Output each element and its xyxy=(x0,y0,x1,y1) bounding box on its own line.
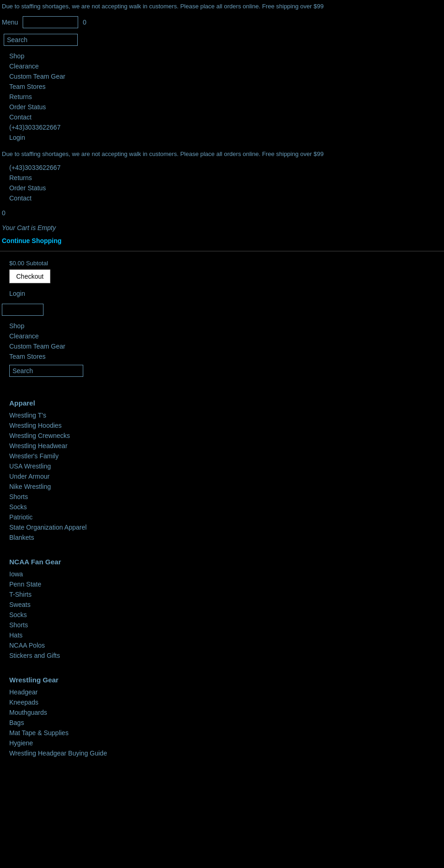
gear-mat-tape[interactable]: Mat Tape & Supplies xyxy=(9,729,435,737)
gear-headgear[interactable]: Headgear xyxy=(9,688,435,696)
nav-returns[interactable]: Returns xyxy=(9,93,435,100)
search-bar-top xyxy=(0,32,444,50)
nav2-custom-team-gear[interactable]: Custom Team Gear xyxy=(9,343,435,350)
ncaa-header: NCAA Fan Gear xyxy=(9,558,435,566)
login-link[interactable]: Login xyxy=(9,290,25,297)
gear-kneepads[interactable]: Kneepads xyxy=(9,699,435,706)
ncaa-iowa[interactable]: Iowa xyxy=(9,570,435,578)
gap-2 xyxy=(0,664,444,671)
announcement-bar-top: Due to staffing shortages, we are not ac… xyxy=(0,0,444,12)
apparel-under-armour[interactable]: Under Armour xyxy=(9,473,435,480)
nav-shop[interactable]: Shop xyxy=(9,52,435,60)
ncaa-shorts[interactable]: Shorts xyxy=(9,621,435,629)
continue-shopping-link[interactable]: Continue Shopping xyxy=(0,235,444,246)
secondary-nav: (+43)3033622667 Returns Order Status Con… xyxy=(0,160,444,206)
menu-input[interactable] xyxy=(23,16,78,28)
nav2-shop[interactable]: Shop xyxy=(9,322,435,330)
nav-contact[interactable]: Contact xyxy=(9,113,435,121)
ncaa-hats[interactable]: Hats xyxy=(9,631,435,639)
subtotal-area: $0.00 Subtotal Checkout xyxy=(0,256,444,287)
ncaa-items: Iowa Penn State T-Shirts Sweats Socks Sh… xyxy=(9,570,435,659)
ncaa-penn-state[interactable]: Penn State xyxy=(9,581,435,588)
wrestling-gear-items: Headgear Kneepads Mouthguards Bags Mat T… xyxy=(9,688,435,757)
cart-divider xyxy=(0,251,444,251)
cart-count-top: 0 xyxy=(83,19,86,26)
search-input-top[interactable] xyxy=(4,34,78,46)
search-input-3[interactable] xyxy=(9,365,83,377)
nav2-clearance[interactable]: Clearance xyxy=(9,332,435,340)
top-nav: Menu 0 xyxy=(0,12,444,32)
nav-team-stores[interactable]: Team Stores xyxy=(9,83,435,90)
nav-order-status[interactable]: Order Status xyxy=(9,103,435,111)
main-nav: Shop Clearance Custom Team Gear Team Sto… xyxy=(0,50,444,144)
apparel-wrestling-ts[interactable]: Wrestling T's xyxy=(9,412,435,419)
wrestling-gear-section: Wrestling Gear Headgear Kneepads Mouthgu… xyxy=(0,671,444,762)
apparel-blankets[interactable]: Blankets xyxy=(9,534,435,541)
nav-login[interactable]: Login xyxy=(9,134,435,141)
apparel-wrestling-hoodies[interactable]: Wrestling Hoodies xyxy=(9,422,435,429)
nav-clearance[interactable]: Clearance xyxy=(9,62,435,70)
apparel-items: Wrestling T's Wrestling Hoodies Wrestlin… xyxy=(9,412,435,541)
subtotal-label: $0.00 Subtotal xyxy=(9,260,435,267)
ncaa-polos[interactable]: NCAA Polos xyxy=(9,642,435,649)
login-link-section: Login xyxy=(0,287,444,300)
search-input-2[interactable] xyxy=(2,304,43,316)
gear-bags[interactable]: Bags xyxy=(9,719,435,726)
nav-phone[interactable]: (+43)3033622667 xyxy=(9,124,435,131)
apparel-socks[interactable]: Socks xyxy=(9,503,435,511)
cart-icon-section: 0 xyxy=(0,206,444,220)
nav-custom-team-gear[interactable]: Custom Team Gear xyxy=(9,73,435,80)
apparel-wrestling-crewnecks[interactable]: Wrestling Crewnecks xyxy=(9,432,435,439)
cart-count-main: 0 xyxy=(2,209,6,217)
search-bar-2 xyxy=(0,300,444,319)
spacer-1 xyxy=(0,381,444,394)
apparel-usa-wrestling[interactable]: USA Wrestling xyxy=(9,462,435,470)
search-bar-3 xyxy=(0,363,444,381)
ncaa-sweats[interactable]: Sweats xyxy=(9,601,435,608)
gear-hygiene[interactable]: Hygiene xyxy=(9,739,435,747)
apparel-header: Apparel xyxy=(9,399,435,407)
ncaa-section: NCAA Fan Gear Iowa Penn State T-Shirts S… xyxy=(0,553,444,664)
checkout-button[interactable]: Checkout xyxy=(9,269,50,283)
gap-1 xyxy=(0,546,444,553)
nav-links-2: Shop Clearance Custom Team Gear Team Sto… xyxy=(0,319,444,363)
menu-label: Menu xyxy=(2,19,18,26)
ncaa-tshirts[interactable]: T-Shirts xyxy=(9,591,435,598)
secondary-returns[interactable]: Returns xyxy=(9,174,435,181)
gear-mouthguards[interactable]: Mouthguards xyxy=(9,709,435,716)
apparel-patriotic[interactable]: Patriotic xyxy=(9,513,435,521)
apparel-nike-wrestling[interactable]: Nike Wrestling xyxy=(9,483,435,490)
announcement-bar-bottom: Due to staffing shortages, we are not ac… xyxy=(0,148,444,160)
apparel-wrestling-headwear[interactable]: Wrestling Headwear xyxy=(9,442,435,450)
gear-headgear-guide[interactable]: Wrestling Headgear Buying Guide xyxy=(9,749,435,757)
apparel-state-org[interactable]: State Organization Apparel xyxy=(9,524,435,531)
apparel-section: Apparel Wrestling T's Wrestling Hoodies … xyxy=(0,394,444,546)
apparel-wrestlers-family[interactable]: Wrestler's Family xyxy=(9,452,435,460)
ncaa-socks[interactable]: Socks xyxy=(9,611,435,618)
wrestling-gear-header: Wrestling Gear xyxy=(9,676,435,684)
announcement-text-2: Due to staffing shortages, we are not ac… xyxy=(2,150,324,157)
apparel-shorts[interactable]: Shorts xyxy=(9,493,435,500)
nav2-team-stores[interactable]: Team Stores xyxy=(9,353,435,360)
secondary-order-status[interactable]: Order Status xyxy=(9,184,435,192)
cart-empty-text: Your Cart is Empty xyxy=(0,220,444,235)
ncaa-stickers[interactable]: Stickers and Gifts xyxy=(9,652,435,659)
secondary-phone[interactable]: (+43)3033622667 xyxy=(9,164,435,171)
announcement-text: Due to staffing shortages, we are not ac… xyxy=(2,3,324,10)
secondary-contact[interactable]: Contact xyxy=(9,194,435,202)
